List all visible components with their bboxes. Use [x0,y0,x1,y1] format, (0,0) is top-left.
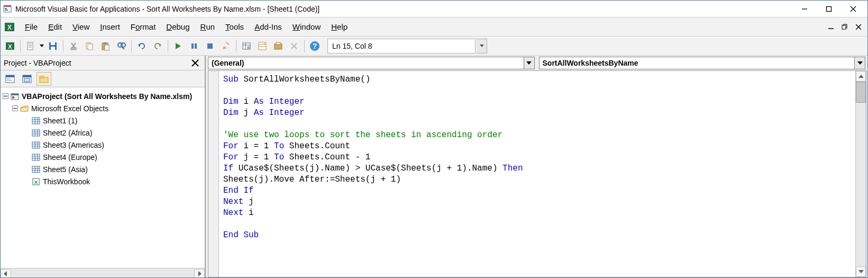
svg-marker-39 [176,43,181,49]
menu-edit[interactable]: Edit [43,19,67,34]
find-button[interactable] [114,39,129,53]
svg-rect-0 [4,6,11,12]
scroll-thumb[interactable] [856,82,866,103]
tree-root-label: VBAProject (Sort All Worksheets By Name.… [22,92,192,101]
menu-window[interactable]: Window [287,19,326,34]
title-bar: Microsoft Visual Basic for Applications … [1,1,867,17]
svg-rect-85 [32,130,40,136]
menu-format[interactable]: Format [125,19,161,34]
tree-folder[interactable]: Microsoft Excel Objects [1,102,205,114]
cut-button[interactable] [66,39,81,53]
redo-button[interactable] [150,39,165,53]
project-pane-hscrollbar[interactable] [1,268,205,278]
reset-button[interactable] [203,39,217,53]
svg-rect-1 [4,5,11,7]
worksheet-icon [31,140,41,150]
object-combo[interactable]: (General) [208,57,535,69]
svg-rect-2 [5,8,7,9]
menu-help[interactable]: Help [326,19,353,34]
close-button[interactable] [841,1,865,17]
svg-rect-23 [51,42,55,45]
menu-file[interactable]: File [20,19,43,34]
menu-view[interactable]: View [67,19,95,34]
tree-item-sheet1[interactable]: Sheet1 (1) [1,114,205,127]
chevron-down-icon[interactable] [854,57,865,69]
scroll-track[interactable] [11,269,194,279]
break-button[interactable] [187,39,202,53]
object-browser-button[interactable] [271,39,286,53]
menu-run[interactable]: Run [195,19,221,34]
toolbox-button[interactable] [287,39,301,53]
cursor-box-dropdown[interactable] [477,39,487,53]
tree-item-label: ThisWorkbook [43,177,90,186]
svg-point-27 [71,48,73,50]
project-explorer-pane: Project - VBAProject VBAProject (Sort Al… [1,56,206,278]
run-button[interactable] [171,39,186,53]
tree-item-sheet3[interactable]: Sheet3 (Americas) [1,139,205,151]
svg-marker-111 [858,75,864,78]
tree-item-label: Sheet5 (Asia) [43,165,88,174]
menu-addins[interactable]: Add-Ins [249,19,287,34]
worksheet-icon [31,116,41,125]
tree-item-thisworkbook[interactable]: X ThisWorkbook [1,175,205,187]
svg-rect-70 [40,76,43,78]
project-pane-close-button[interactable] [189,57,202,69]
save-button[interactable] [45,39,60,53]
svg-text:X: X [8,43,12,50]
svg-point-28 [74,48,76,50]
svg-marker-110 [857,61,863,65]
undo-button[interactable] [134,39,149,53]
paste-button[interactable] [98,39,113,53]
properties-button[interactable] [255,39,270,53]
svg-rect-41 [195,43,197,49]
tree-item-label: Sheet3 (Americas) [43,141,104,149]
scroll-right-button[interactable] [194,269,205,279]
project-tree[interactable]: VBAProject (Sort All Worksheets By Name.… [1,87,205,268]
mdi-minimize-button[interactable] [825,21,837,33]
mdi-close-button[interactable] [853,21,864,33]
project-explorer-button[interactable] [239,39,254,53]
svg-rect-95 [32,154,40,160]
code-margin[interactable] [208,71,219,277]
procedure-combo[interactable]: SortAllWorksheetsByName [539,57,866,69]
menu-tools[interactable]: Tools [220,19,249,34]
design-mode-button[interactable] [218,39,233,53]
maximize-button[interactable] [817,1,841,17]
help-button[interactable]: ? [307,39,322,53]
tree-item-label: Sheet1 (1) [43,116,77,125]
scroll-down-button[interactable] [856,266,866,277]
svg-point-48 [247,46,250,49]
svg-marker-79 [21,107,29,111]
view-excel-button[interactable]: X [3,39,17,53]
scroll-up-button[interactable] [856,71,866,82]
toggle-folders-button[interactable] [36,72,51,86]
view-object-button[interactable] [20,72,34,86]
menu-debug[interactable]: Debug [161,19,195,34]
tree-item-sheet2[interactable]: Sheet2 (Africa) [1,127,205,139]
tree-folder-label: Microsoft Excel Objects [31,104,108,113]
svg-rect-74 [11,94,19,95]
code-editor[interactable]: Sub SortAllWorksheetsByName() Dim i As I… [219,71,855,277]
mdi-restore-button[interactable] [839,21,851,33]
svg-rect-24 [51,47,55,50]
tree-item-label: Sheet2 (Africa) [43,129,92,137]
menu-insert[interactable]: Insert [95,19,125,34]
svg-rect-100 [32,166,40,173]
scroll-left-button[interactable] [1,269,11,279]
tree-item-sheet5[interactable]: Sheet5 (Asia) [1,163,205,175]
minimize-button[interactable] [792,1,817,17]
toolbar: X ? Ln 15, Col 8 [1,37,867,56]
tree-item-sheet4[interactable]: Sheet4 (Europe) [1,151,205,163]
code-vscrollbar[interactable] [855,71,866,277]
svg-rect-32 [104,42,106,44]
project-icon [10,92,20,101]
cursor-position-text: Ln 15, Col 8 [332,42,372,50]
chevron-down-icon[interactable] [524,57,534,69]
view-code-button[interactable] [3,72,17,86]
svg-marker-107 [4,271,7,276]
copy-button[interactable] [82,39,97,53]
tree-root[interactable]: VBAProject (Sort All Worksheets By Name.… [1,90,205,102]
svg-rect-40 [191,43,194,49]
insert-dropdown[interactable] [39,44,44,48]
insert-module-button[interactable] [23,39,38,53]
